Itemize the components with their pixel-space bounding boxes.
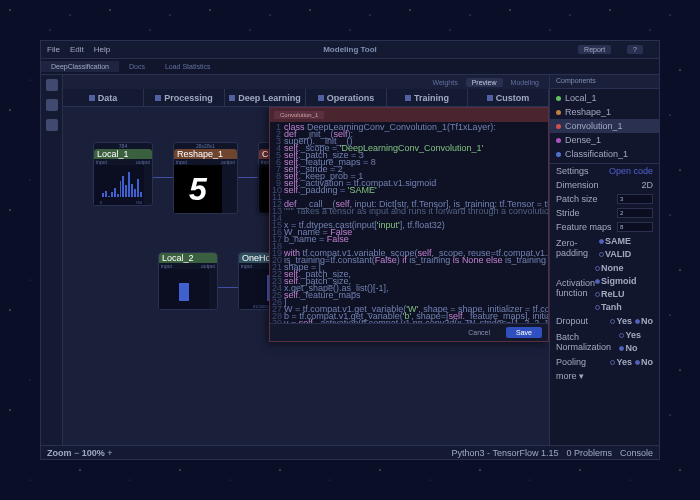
dimension-label: Dimension xyxy=(556,180,599,190)
component-item[interactable]: Convolution_1 xyxy=(550,119,659,133)
save-button[interactable]: Save xyxy=(506,327,542,338)
cat-custom[interactable]: Custom xyxy=(468,89,549,106)
node-reshape1[interactable]: 28x28x1 Reshape_1 inputoutput 5 xyxy=(173,142,238,214)
patch-label: Patch size xyxy=(556,194,598,204)
tab-load[interactable]: Load Statistics xyxy=(155,61,221,72)
open-code-link[interactable]: Open code xyxy=(609,166,653,176)
chart-local1: 0784 xyxy=(94,165,144,205)
settings-icon[interactable] xyxy=(46,119,58,131)
cat-operations[interactable]: Operations xyxy=(306,89,387,106)
properties-panel: Components Local_1Reshape_1Convolution_1… xyxy=(549,75,659,445)
component-item[interactable]: Classification_1 xyxy=(550,147,659,161)
app-title: Modeling Tool xyxy=(323,45,377,54)
activation-label: Activation function xyxy=(556,278,595,298)
dropout-label: Dropout xyxy=(556,316,588,326)
menu-file[interactable]: File xyxy=(47,45,60,54)
fmaps-input[interactable] xyxy=(617,222,653,232)
zeropad-label: Zero-padding xyxy=(556,238,599,258)
component-item[interactable]: Reshape_1 xyxy=(550,105,659,119)
cat-training[interactable]: Training xyxy=(387,89,468,106)
report-button[interactable]: Report xyxy=(578,45,611,54)
help-button[interactable]: ? xyxy=(627,45,643,54)
zeropad-same[interactable]: SAME xyxy=(599,236,631,246)
layers-icon[interactable] xyxy=(46,79,58,91)
chart-local2 xyxy=(159,269,209,309)
code-editor-panel: Convolution_1 1class DeepLearningConv_Co… xyxy=(269,107,549,342)
zeropad-valid[interactable]: VALID xyxy=(599,249,631,259)
pooling-label: Pooling xyxy=(556,357,586,367)
data-icon[interactable] xyxy=(46,99,58,111)
component-item[interactable]: Local_1 xyxy=(550,91,659,105)
console-button[interactable]: Console xyxy=(620,448,653,458)
problems-button[interactable]: 0 Problems xyxy=(566,448,612,458)
component-item[interactable]: Dense_1 xyxy=(550,133,659,147)
batchnorm-label: Batch Normalization xyxy=(556,332,619,352)
view-tabs: Weights Preview Modeling xyxy=(63,75,549,89)
statusbar: Zoom − 100% + Python3 - TensorFlow 1.150… xyxy=(41,445,659,459)
preview-reshape: 5 xyxy=(174,165,222,213)
node-local2[interactable]: Local_2 inputoutput xyxy=(158,252,218,310)
more-link[interactable]: more ▾ xyxy=(556,371,584,381)
cat-deeplearning[interactable]: Deep Learning xyxy=(225,89,306,106)
view-modeling[interactable]: Modeling xyxy=(505,78,545,87)
cat-data[interactable]: Data xyxy=(63,89,144,106)
stride-label: Stride xyxy=(556,208,580,218)
category-tabs: Data Processing Deep Learning Operations… xyxy=(63,89,549,107)
tool-sidebar xyxy=(41,75,63,445)
fmaps-label: Feature maps xyxy=(556,222,612,232)
stride-input[interactable] xyxy=(617,208,653,218)
patch-input[interactable] xyxy=(617,194,653,204)
runtime-label: Python3 - TensorFlow 1.15 xyxy=(452,448,559,458)
components-header: Components xyxy=(550,75,659,89)
project-tabs: DeepClassification Docs Load Statistics xyxy=(41,59,659,75)
app-window: File Edit Help Modeling Tool Report ? De… xyxy=(40,40,660,460)
view-weights[interactable]: Weights xyxy=(427,78,464,87)
view-preview[interactable]: Preview xyxy=(466,78,503,87)
tab-docs[interactable]: Docs xyxy=(119,61,155,72)
cat-processing[interactable]: Processing xyxy=(144,89,225,106)
code-tab-bar: Convolution_1 xyxy=(270,108,548,122)
graph-canvas[interactable]: 784 Local_1 inputoutput 0784 28x28x1 Res… xyxy=(63,107,549,445)
node-local1[interactable]: 784 Local_1 inputoutput 0784 xyxy=(93,142,153,206)
menubar: File Edit Help Modeling Tool Report ? xyxy=(41,41,659,59)
menu-edit[interactable]: Edit xyxy=(70,45,84,54)
settings-header: Settings xyxy=(556,166,589,176)
components-list: Local_1Reshape_1Convolution_1Dense_1Clas… xyxy=(550,89,659,163)
menu-help[interactable]: Help xyxy=(94,45,110,54)
code-editor[interactable]: 1class DeepLearningConv_Convolution_1(Tf… xyxy=(270,122,548,323)
tab-project[interactable]: DeepClassification xyxy=(41,61,119,72)
code-tab[interactable]: Convolution_1 xyxy=(274,111,324,119)
cancel-button[interactable]: Cancel xyxy=(458,327,500,338)
